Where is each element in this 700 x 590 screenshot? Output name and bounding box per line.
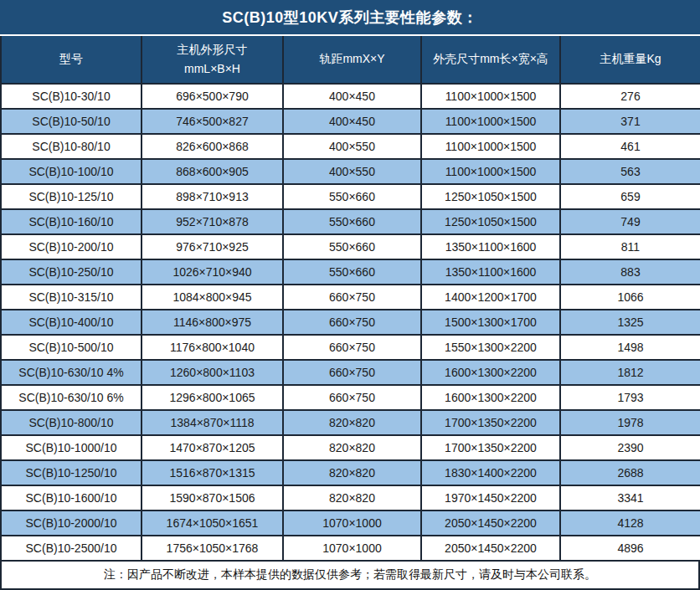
cell-unit-dimensions: 868×600×905: [142, 159, 283, 184]
cell-shell-size: 1600×1300×2200: [421, 385, 560, 410]
spec-sheet-page: SC(B)10型10KV系列主要性能参数： 型号 主机外形尺寸 mmL×B×H …: [0, 0, 700, 590]
cell-model: SC(B)10-80/10: [1, 134, 142, 159]
col-header-model: 型号: [1, 36, 142, 84]
table-row: SC(B)10-800/10 1384×870×1118 820×820 170…: [1, 410, 700, 435]
cell-shell-size: 1830×1400×2200: [421, 460, 560, 485]
cell-weight: 1812: [560, 360, 700, 385]
cell-weight: 1325: [560, 310, 700, 335]
cell-weight: 371: [560, 109, 700, 134]
cell-shell-size: 1400×1200×1700: [421, 285, 560, 310]
cell-shell-size: 2050×1450×2200: [421, 510, 560, 536]
col-header-weight: 主机重量Kg: [560, 36, 700, 84]
spec-table: 型号 主机外形尺寸 mmL×B×H 轨距mmX×Y 外壳尺寸mm长×宽×高 主机…: [0, 36, 700, 562]
cell-unit-dimensions: 1590×870×1506: [142, 485, 283, 510]
col-header-label: 型号: [2, 49, 141, 69]
cell-rail-gauge: 550×660: [283, 259, 421, 285]
cell-unit-dimensions: 1146×800×975: [142, 310, 283, 335]
cell-weight: 461: [560, 134, 700, 159]
cell-shell-size: 1700×1350×2200: [421, 435, 560, 460]
cell-rail-gauge: 820×820: [283, 410, 421, 435]
cell-weight: 1498: [560, 335, 700, 360]
cell-model: SC(B)10-125/10: [1, 184, 142, 209]
cell-weight: 4896: [560, 536, 700, 561]
cell-unit-dimensions: 1176×800×1040: [142, 335, 283, 360]
table-row: SC(B)10-1250/10 1516×870×1315 820×820 18…: [1, 460, 700, 485]
cell-shell-size: 1600×1300×2200: [421, 360, 560, 385]
cell-shell-size: 1500×1300×1700: [421, 310, 560, 335]
table-row: SC(B)10-100/10 868×600×905 400×550 1100×…: [1, 159, 700, 184]
cell-model: SC(B)10-315/10: [1, 285, 142, 310]
col-header-unit-dimensions: 主机外形尺寸 mmL×B×H: [142, 36, 283, 84]
cell-model: SC(B)10-30/10: [1, 84, 142, 109]
cell-weight: 811: [560, 234, 700, 259]
cell-shell-size: 1250×1050×1500: [421, 184, 560, 209]
cell-rail-gauge: 400×550: [283, 159, 421, 184]
cell-rail-gauge: 550×660: [283, 234, 421, 259]
table-row: SC(B)10-2500/10 1756×1050×1768 1070×1000…: [1, 536, 700, 561]
cell-unit-dimensions: 696×500×790: [142, 84, 283, 109]
table-header: 型号 主机外形尺寸 mmL×B×H 轨距mmX×Y 外壳尺寸mm长×宽×高 主机…: [1, 36, 700, 84]
cell-unit-dimensions: 1516×870×1315: [142, 460, 283, 485]
cell-rail-gauge: 660×750: [283, 335, 421, 360]
col-header-label: 主机外形尺寸: [142, 40, 282, 59]
cell-shell-size: 1100×1000×1500: [421, 109, 560, 134]
cell-unit-dimensions: 976×710×925: [142, 234, 283, 259]
cell-unit-dimensions: 1260×800×1103: [142, 360, 283, 385]
cell-shell-size: 2050×1450×2200: [421, 536, 560, 561]
cell-model: SC(B)10-2500/10: [1, 536, 142, 561]
table-row: SC(B)10-2000/10 1674×1050×1651 1070×1000…: [1, 510, 700, 536]
cell-shell-size: 1350×1100×1600: [421, 259, 560, 285]
cell-model: SC(B)10-1600/10: [1, 485, 142, 510]
cell-shell-size: 1550×1300×2200: [421, 335, 560, 360]
cell-weight: 883: [560, 259, 700, 285]
table-row: SC(B)10-250/10 1026×710×940 550×660 1350…: [1, 259, 700, 285]
cell-weight: 1978: [560, 410, 700, 435]
cell-weight: 2688: [560, 460, 700, 485]
cell-shell-size: 1100×1000×1500: [421, 159, 560, 184]
footer-note: 注：因产品不断改进，本样本提供的数据仅供参考；若需取得最新尺寸，请及时与本公司联…: [0, 562, 700, 590]
cell-rail-gauge: 400×450: [283, 84, 421, 109]
table-row: SC(B)10-80/10 826×600×868 400×550 1100×1…: [1, 134, 700, 159]
cell-model: SC(B)10-630/10 4%: [1, 360, 142, 385]
cell-unit-dimensions: 826×600×868: [142, 134, 283, 159]
col-header-label: 主机重量Kg: [561, 49, 700, 69]
cell-unit-dimensions: 898×710×913: [142, 184, 283, 209]
cell-weight: 1793: [560, 385, 700, 410]
cell-rail-gauge: 400×450: [283, 109, 421, 134]
cell-model: SC(B)10-500/10: [1, 335, 142, 360]
cell-rail-gauge: 400×550: [283, 134, 421, 159]
cell-rail-gauge: 550×660: [283, 184, 421, 209]
col-header-rail-gauge: 轨距mmX×Y: [283, 36, 421, 84]
cell-rail-gauge: 1070×1000: [283, 510, 421, 536]
cell-unit-dimensions: 1470×870×1205: [142, 435, 283, 460]
page-title: SC(B)10型10KV系列主要性能参数：: [0, 0, 700, 34]
cell-rail-gauge: 660×750: [283, 310, 421, 335]
cell-rail-gauge: 550×660: [283, 209, 421, 234]
table-row: SC(B)10-630/10 6% 1296×800×1065 660×750 …: [1, 385, 700, 410]
cell-rail-gauge: 820×820: [283, 485, 421, 510]
table-row: SC(B)10-50/10 746×500×827 400×450 1100×1…: [1, 109, 700, 134]
cell-unit-dimensions: 746×500×827: [142, 109, 283, 134]
col-header-label: 外壳尺寸mm长×宽×高: [422, 49, 559, 69]
header-row: 型号 主机外形尺寸 mmL×B×H 轨距mmX×Y 外壳尺寸mm长×宽×高 主机…: [1, 36, 700, 84]
table-row: SC(B)10-1000/10 1470×870×1205 820×820 17…: [1, 435, 700, 460]
cell-weight: 563: [560, 159, 700, 184]
cell-shell-size: 1970×1450×2200: [421, 485, 560, 510]
cell-model: SC(B)10-400/10: [1, 310, 142, 335]
col-header-shell-size: 外壳尺寸mm长×宽×高: [421, 36, 560, 84]
table-row: SC(B)10-30/10 696×500×790 400×450 1100×1…: [1, 84, 700, 109]
cell-model: SC(B)10-1250/10: [1, 460, 142, 485]
table-row: SC(B)10-315/10 1084×800×945 660×750 1400…: [1, 285, 700, 310]
cell-rail-gauge: 820×820: [283, 460, 421, 485]
cell-rail-gauge: 1070×1000: [283, 536, 421, 561]
cell-weight: 276: [560, 84, 700, 109]
cell-rail-gauge: 820×820: [283, 435, 421, 460]
cell-rail-gauge: 660×750: [283, 385, 421, 410]
table-row: SC(B)10-630/10 4% 1260×800×1103 660×750 …: [1, 360, 700, 385]
table-row: SC(B)10-400/10 1146×800×975 660×750 1500…: [1, 310, 700, 335]
cell-shell-size: 1100×1000×1500: [421, 84, 560, 109]
cell-model: SC(B)10-200/10: [1, 234, 142, 259]
cell-weight: 4128: [560, 510, 700, 536]
cell-unit-dimensions: 1384×870×1118: [142, 410, 283, 435]
cell-shell-size: 1100×1000×1500: [421, 134, 560, 159]
